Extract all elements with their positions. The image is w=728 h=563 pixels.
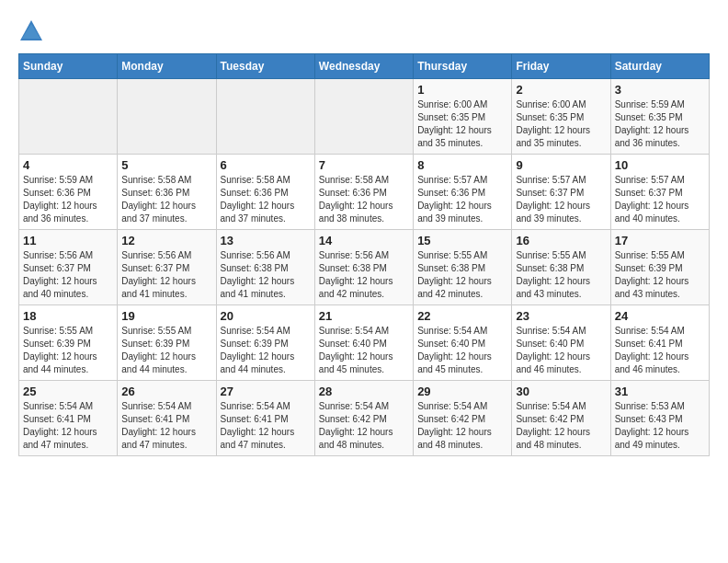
cell-detail: Sunrise: 5:55 AM Sunset: 6:39 PM Dayligh… <box>615 249 705 301</box>
calendar-cell: 17Sunrise: 5:55 AM Sunset: 6:39 PM Dayli… <box>610 230 709 305</box>
day-number: 7 <box>319 158 409 172</box>
calendar-cell: 11Sunrise: 5:56 AM Sunset: 6:37 PM Dayli… <box>19 230 118 305</box>
calendar-week-4: 18Sunrise: 5:55 AM Sunset: 6:39 PM Dayli… <box>19 305 710 381</box>
calendar-cell: 7Sunrise: 5:58 AM Sunset: 6:36 PM Daylig… <box>314 155 413 230</box>
day-number: 9 <box>516 158 606 172</box>
calendar-week-2: 4Sunrise: 5:59 AM Sunset: 6:36 PM Daylig… <box>19 155 710 230</box>
cell-detail: Sunrise: 6:00 AM Sunset: 6:35 PM Dayligh… <box>516 98 606 150</box>
day-number: 20 <box>221 309 311 323</box>
calendar-cell: 16Sunrise: 5:55 AM Sunset: 6:38 PM Dayli… <box>512 230 610 305</box>
calendar-cell: 10Sunrise: 5:57 AM Sunset: 6:37 PM Dayli… <box>610 155 709 230</box>
day-number: 19 <box>121 309 211 323</box>
cell-detail: Sunrise: 5:54 AM Sunset: 6:41 PM Dayligh… <box>23 400 113 452</box>
cell-detail: Sunrise: 5:54 AM Sunset: 6:41 PM Dayligh… <box>615 325 705 376</box>
cell-content: 13Sunrise: 5:56 AM Sunset: 6:38 PM Dayli… <box>221 234 311 301</box>
weekday-header-saturday: Saturday <box>610 54 709 79</box>
calendar-cell: 19Sunrise: 5:55 AM Sunset: 6:39 PM Dayli… <box>118 305 216 381</box>
cell-detail: Sunrise: 5:56 AM Sunset: 6:37 PM Dayligh… <box>121 249 211 301</box>
day-number: 21 <box>319 309 409 323</box>
cell-detail: Sunrise: 5:53 AM Sunset: 6:43 PM Dayligh… <box>615 400 705 452</box>
calendar-cell: 30Sunrise: 5:54 AM Sunset: 6:42 PM Dayli… <box>512 381 610 456</box>
calendar-cell: 28Sunrise: 5:54 AM Sunset: 6:42 PM Dayli… <box>314 381 413 456</box>
cell-content: 5Sunrise: 5:58 AM Sunset: 6:36 PM Daylig… <box>121 158 211 225</box>
calendar-cell: 12Sunrise: 5:56 AM Sunset: 6:37 PM Dayli… <box>118 230 216 305</box>
day-number: 22 <box>417 309 507 323</box>
calendar-cell <box>216 79 314 155</box>
logo-icon <box>18 18 44 44</box>
calendar-cell: 3Sunrise: 5:59 AM Sunset: 6:35 PM Daylig… <box>610 79 709 155</box>
calendar-cell: 21Sunrise: 5:54 AM Sunset: 6:40 PM Dayli… <box>314 305 413 381</box>
cell-detail: Sunrise: 5:55 AM Sunset: 6:39 PM Dayligh… <box>121 325 211 376</box>
day-number: 15 <box>417 234 507 247</box>
cell-content: 19Sunrise: 5:55 AM Sunset: 6:39 PM Dayli… <box>121 309 211 376</box>
calendar-cell: 26Sunrise: 5:54 AM Sunset: 6:41 PM Dayli… <box>118 381 216 456</box>
cell-detail: Sunrise: 5:59 AM Sunset: 6:35 PM Dayligh… <box>615 98 705 150</box>
weekday-header-row: SundayMondayTuesdayWednesdayThursdayFrid… <box>19 54 710 79</box>
calendar-body: 1Sunrise: 6:00 AM Sunset: 6:35 PM Daylig… <box>19 79 710 456</box>
cell-detail: Sunrise: 5:55 AM Sunset: 6:38 PM Dayligh… <box>516 249 606 301</box>
cell-content: 14Sunrise: 5:56 AM Sunset: 6:38 PM Dayli… <box>319 234 409 301</box>
cell-detail: Sunrise: 5:54 AM Sunset: 6:39 PM Dayligh… <box>221 325 311 376</box>
cell-content: 21Sunrise: 5:54 AM Sunset: 6:40 PM Dayli… <box>319 309 409 376</box>
weekday-header-tuesday: Tuesday <box>216 54 314 79</box>
cell-content: 9Sunrise: 5:57 AM Sunset: 6:37 PM Daylig… <box>516 158 606 225</box>
cell-content: 15Sunrise: 5:55 AM Sunset: 6:38 PM Dayli… <box>417 234 507 301</box>
calendar-cell: 20Sunrise: 5:54 AM Sunset: 6:39 PM Dayli… <box>216 305 314 381</box>
cell-content: 22Sunrise: 5:54 AM Sunset: 6:40 PM Dayli… <box>417 309 507 376</box>
cell-content: 7Sunrise: 5:58 AM Sunset: 6:36 PM Daylig… <box>319 158 409 225</box>
weekday-header-thursday: Thursday <box>414 54 512 79</box>
calendar-cell <box>314 79 413 155</box>
calendar-week-3: 11Sunrise: 5:56 AM Sunset: 6:37 PM Dayli… <box>19 230 710 305</box>
cell-content: 24Sunrise: 5:54 AM Sunset: 6:41 PM Dayli… <box>615 309 705 376</box>
day-number: 2 <box>516 83 606 97</box>
cell-content: 1Sunrise: 6:00 AM Sunset: 6:35 PM Daylig… <box>417 83 507 150</box>
cell-detail: Sunrise: 5:54 AM Sunset: 6:41 PM Dayligh… <box>221 400 311 452</box>
cell-detail: Sunrise: 5:56 AM Sunset: 6:37 PM Dayligh… <box>23 249 113 301</box>
cell-detail: Sunrise: 5:54 AM Sunset: 6:40 PM Dayligh… <box>516 325 606 376</box>
day-number: 14 <box>319 234 409 247</box>
day-number: 17 <box>615 234 705 247</box>
cell-detail: Sunrise: 5:54 AM Sunset: 6:40 PM Dayligh… <box>417 325 507 376</box>
cell-content: 8Sunrise: 5:57 AM Sunset: 6:36 PM Daylig… <box>417 158 507 225</box>
calendar-cell: 5Sunrise: 5:58 AM Sunset: 6:36 PM Daylig… <box>118 155 216 230</box>
cell-content: 27Sunrise: 5:54 AM Sunset: 6:41 PM Dayli… <box>221 385 311 452</box>
calendar-week-1: 1Sunrise: 6:00 AM Sunset: 6:35 PM Daylig… <box>19 79 710 155</box>
weekday-header-monday: Monday <box>118 54 216 79</box>
cell-detail: Sunrise: 5:57 AM Sunset: 6:36 PM Dayligh… <box>417 174 507 225</box>
cell-detail: Sunrise: 5:54 AM Sunset: 6:42 PM Dayligh… <box>319 400 409 452</box>
cell-content: 25Sunrise: 5:54 AM Sunset: 6:41 PM Dayli… <box>23 385 113 452</box>
cell-content: 10Sunrise: 5:57 AM Sunset: 6:37 PM Dayli… <box>615 158 705 225</box>
day-number: 26 <box>121 385 211 398</box>
day-number: 6 <box>221 158 311 172</box>
day-number: 11 <box>23 234 113 247</box>
calendar-cell: 23Sunrise: 5:54 AM Sunset: 6:40 PM Dayli… <box>512 305 610 381</box>
cell-detail: Sunrise: 5:56 AM Sunset: 6:38 PM Dayligh… <box>319 249 409 301</box>
day-number: 12 <box>121 234 211 247</box>
calendar-cell: 22Sunrise: 5:54 AM Sunset: 6:40 PM Dayli… <box>414 305 512 381</box>
svg-marker-1 <box>22 24 40 39</box>
day-number: 4 <box>23 158 113 172</box>
cell-content: 20Sunrise: 5:54 AM Sunset: 6:39 PM Dayli… <box>221 309 311 376</box>
cell-detail: Sunrise: 5:58 AM Sunset: 6:36 PM Dayligh… <box>121 174 211 225</box>
cell-content: 29Sunrise: 5:54 AM Sunset: 6:42 PM Dayli… <box>417 385 507 452</box>
cell-detail: Sunrise: 6:00 AM Sunset: 6:35 PM Dayligh… <box>417 98 507 150</box>
page-header <box>18 18 710 44</box>
weekday-header-wednesday: Wednesday <box>314 54 413 79</box>
cell-content: 18Sunrise: 5:55 AM Sunset: 6:39 PM Dayli… <box>23 309 113 376</box>
weekday-header-friday: Friday <box>512 54 610 79</box>
cell-content: 31Sunrise: 5:53 AM Sunset: 6:43 PM Dayli… <box>615 385 705 452</box>
cell-content: 12Sunrise: 5:56 AM Sunset: 6:37 PM Dayli… <box>121 234 211 301</box>
calendar-header: SundayMondayTuesdayWednesdayThursdayFrid… <box>19 54 710 79</box>
calendar-cell: 25Sunrise: 5:54 AM Sunset: 6:41 PM Dayli… <box>19 381 118 456</box>
day-number: 31 <box>615 385 705 398</box>
calendar-cell: 31Sunrise: 5:53 AM Sunset: 6:43 PM Dayli… <box>610 381 709 456</box>
cell-content: 3Sunrise: 5:59 AM Sunset: 6:35 PM Daylig… <box>615 83 705 150</box>
day-number: 28 <box>319 385 409 398</box>
calendar-cell: 6Sunrise: 5:58 AM Sunset: 6:36 PM Daylig… <box>216 155 314 230</box>
day-number: 27 <box>221 385 311 398</box>
cell-detail: Sunrise: 5:58 AM Sunset: 6:36 PM Dayligh… <box>221 174 311 225</box>
calendar-cell <box>19 79 118 155</box>
cell-content: 23Sunrise: 5:54 AM Sunset: 6:40 PM Dayli… <box>516 309 606 376</box>
day-number: 1 <box>417 83 507 97</box>
day-number: 10 <box>615 158 705 172</box>
